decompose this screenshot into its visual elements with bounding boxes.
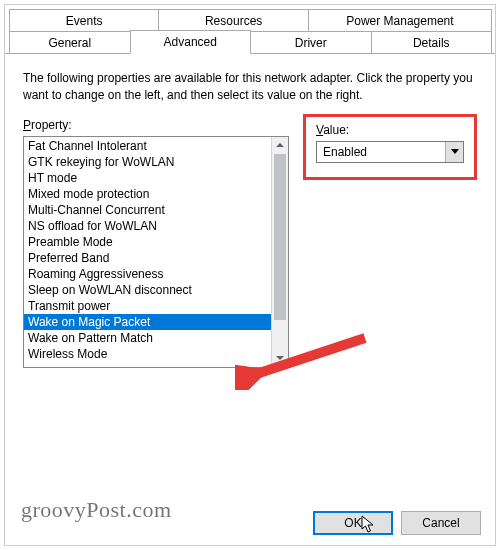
description-text: The following properties are available f… <box>23 70 477 104</box>
list-item[interactable]: Preferred Band <box>24 250 271 266</box>
value-highlight-box: Value: Enabled <box>303 114 477 180</box>
tab-row-1: Events Resources Power Management <box>5 9 495 31</box>
list-item[interactable]: Roaming Aggressiveness <box>24 266 271 282</box>
list-item[interactable]: Fat Channel Intolerant <box>24 138 271 154</box>
list-item[interactable]: Preamble Mode <box>24 234 271 250</box>
property-listbox[interactable]: Fat Channel IntolerantGTK rekeying for W… <box>23 136 289 368</box>
value-dropdown[interactable]: Enabled <box>316 141 464 163</box>
property-label: Property: <box>23 118 289 132</box>
scroll-up-button[interactable] <box>272 137 288 154</box>
tab-advanced[interactable]: Advanced <box>130 30 252 54</box>
list-item[interactable]: Transmit power <box>24 298 271 314</box>
tab-events[interactable]: Events <box>9 9 159 31</box>
chevron-down-icon <box>276 356 284 360</box>
cancel-button[interactable]: Cancel <box>401 511 481 535</box>
chevron-up-icon <box>276 143 284 147</box>
tab-power-management[interactable]: Power Management <box>308 9 492 31</box>
list-item[interactable]: GTK rekeying for WoWLAN <box>24 154 271 170</box>
scrollbar[interactable] <box>271 137 288 367</box>
list-item[interactable]: Multi-Channel Concurrent <box>24 202 271 218</box>
scroll-thumb[interactable] <box>274 154 286 321</box>
tab-container: Events Resources Power Management Genera… <box>5 9 495 54</box>
tab-resources[interactable]: Resources <box>158 9 308 31</box>
list-item[interactable]: HT mode <box>24 170 271 186</box>
value-selected-text: Enabled <box>317 145 445 159</box>
chevron-down-icon <box>451 149 459 154</box>
scroll-down-button[interactable] <box>272 350 288 367</box>
tab-general[interactable]: General <box>9 31 131 53</box>
tab-details[interactable]: Details <box>371 31 493 53</box>
list-item[interactable]: Mixed mode protection <box>24 186 271 202</box>
dialog-buttons: OK Cancel <box>313 511 481 535</box>
list-item[interactable]: Wake on Magic Packet <box>24 314 271 330</box>
scroll-track[interactable] <box>272 154 288 350</box>
watermark-text: groovyPost.com <box>21 497 172 523</box>
tab-row-2: General Advanced Driver Details <box>5 30 495 53</box>
list-item[interactable]: Wireless Mode <box>24 346 271 362</box>
dropdown-button[interactable] <box>445 142 463 162</box>
value-label: Value: <box>316 123 464 137</box>
tab-driver[interactable]: Driver <box>250 31 372 53</box>
list-item[interactable]: Wake on Pattern Match <box>24 330 271 346</box>
list-item[interactable]: Sleep on WoWLAN disconnect <box>24 282 271 298</box>
ok-button[interactable]: OK <box>313 511 393 535</box>
list-item[interactable]: NS offload for WoWLAN <box>24 218 271 234</box>
properties-dialog: Events Resources Power Management Genera… <box>4 4 496 546</box>
tab-panel-advanced: The following properties are available f… <box>5 54 495 378</box>
